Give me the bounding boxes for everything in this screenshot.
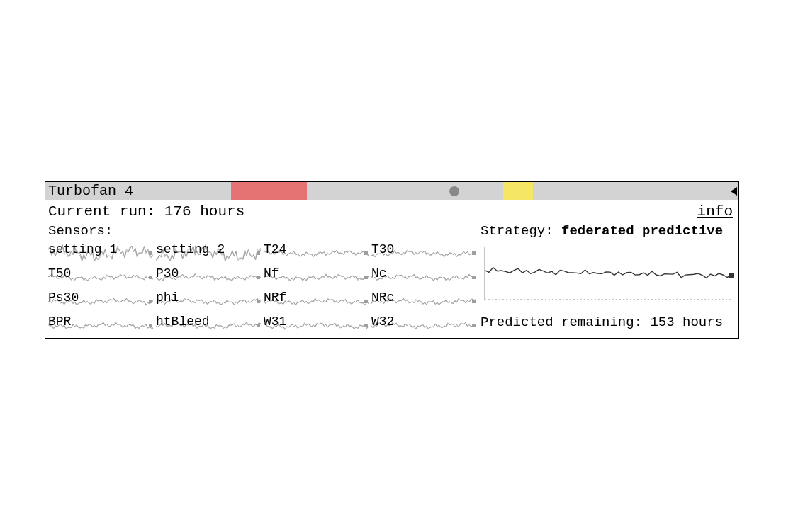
sensor-cell: NRf — [264, 290, 369, 310]
prediction-chart — [481, 244, 736, 307]
svg-rect-1 — [257, 251, 260, 255]
sensor-label: htBleed — [156, 314, 210, 330]
sensor-cell: P30 — [156, 266, 261, 285]
sensor-cell: T30 — [371, 242, 476, 261]
sensor-label: P30 — [156, 266, 179, 282]
sensor-cell: T50 — [48, 266, 153, 285]
sensor-label: Ps30 — [48, 290, 79, 306]
svg-rect-17 — [729, 273, 734, 278]
predicted-remaining-text: Predicted remaining: 153 hours — [481, 314, 736, 332]
timeline-current-dot-icon — [449, 186, 459, 196]
sensor-cell: setting_2 — [156, 242, 261, 261]
sensor-label: NRc — [371, 290, 394, 306]
sensor-sparkline — [264, 266, 369, 285]
titlebar: Turbofan 4 — [45, 182, 738, 200]
sensor-label: W31 — [264, 314, 286, 330]
sensor-label: W32 — [371, 314, 394, 330]
sensor-cell: htBleed — [156, 314, 261, 334]
svg-rect-10 — [364, 300, 368, 303]
svg-rect-8 — [149, 300, 152, 303]
sensor-label: setting_2 — [156, 242, 225, 258]
sensor-label: T50 — [48, 266, 71, 282]
sensor-label: T24 — [264, 242, 286, 258]
sensor-cell: Ps30 — [48, 290, 153, 310]
strategy-line: Strategy: federated predictive — [481, 222, 736, 240]
svg-rect-14 — [364, 324, 368, 327]
sensor-cell: Nf — [264, 266, 369, 285]
info-link[interactable]: info — [697, 202, 733, 221]
sensor-cell: W32 — [371, 314, 476, 334]
sensor-cell: W31 — [264, 314, 369, 334]
sensor-cell: NRc — [371, 290, 476, 310]
panel-body: Sensors: setting_1setting_2T24T30T50P30N… — [45, 222, 738, 338]
turbofan-panel: Turbofan 4 Current run: 176 hours info S… — [45, 181, 739, 339]
sensor-cell: Nc — [371, 266, 476, 285]
timeline-end-arrow-icon — [731, 187, 737, 196]
svg-rect-7 — [472, 276, 476, 279]
sensor-label: setting_1 — [48, 242, 117, 258]
svg-rect-12 — [149, 324, 152, 327]
sensor-label: Nf — [264, 266, 279, 282]
svg-rect-0 — [149, 251, 152, 255]
sensor-label: phi — [156, 290, 179, 306]
timeline-red-segment — [231, 182, 307, 200]
current-run-text: Current run: 176 hours — [48, 202, 245, 221]
sensors-grid: setting_1setting_2T24T30T50P30NfNcPs30ph… — [48, 242, 473, 334]
sensor-cell: BPR — [48, 314, 153, 334]
sensor-label: Nc — [371, 266, 387, 282]
timeline-yellow-segment — [503, 182, 533, 200]
sensor-label: BPR — [48, 314, 71, 330]
sensor-label: NRf — [264, 290, 286, 306]
svg-rect-2 — [364, 251, 368, 255]
svg-rect-11 — [472, 300, 476, 303]
sensor-cell: setting_1 — [48, 242, 153, 261]
svg-rect-9 — [257, 300, 260, 303]
sensor-cell: phi — [156, 290, 261, 310]
strategy-label: Strategy: — [481, 223, 553, 239]
svg-rect-6 — [364, 276, 368, 279]
svg-rect-3 — [472, 251, 476, 255]
svg-rect-13 — [257, 324, 260, 327]
sensors-column: Sensors: setting_1setting_2T24T30T50P30N… — [48, 222, 473, 334]
svg-rect-4 — [149, 276, 152, 279]
panel-title: Turbofan 4 — [45, 182, 133, 200]
strategy-value: federated predictive — [561, 223, 723, 239]
sensor-sparkline — [371, 266, 476, 285]
svg-rect-15 — [472, 324, 476, 327]
strategy-column: Strategy: federated predictive Predicted… — [473, 222, 736, 334]
subheader: Current run: 176 hours info — [45, 200, 738, 222]
sensor-cell: T24 — [264, 242, 369, 261]
svg-rect-5 — [257, 276, 260, 279]
sensors-label: Sensors: — [48, 222, 473, 240]
sensor-label: T30 — [371, 242, 394, 258]
